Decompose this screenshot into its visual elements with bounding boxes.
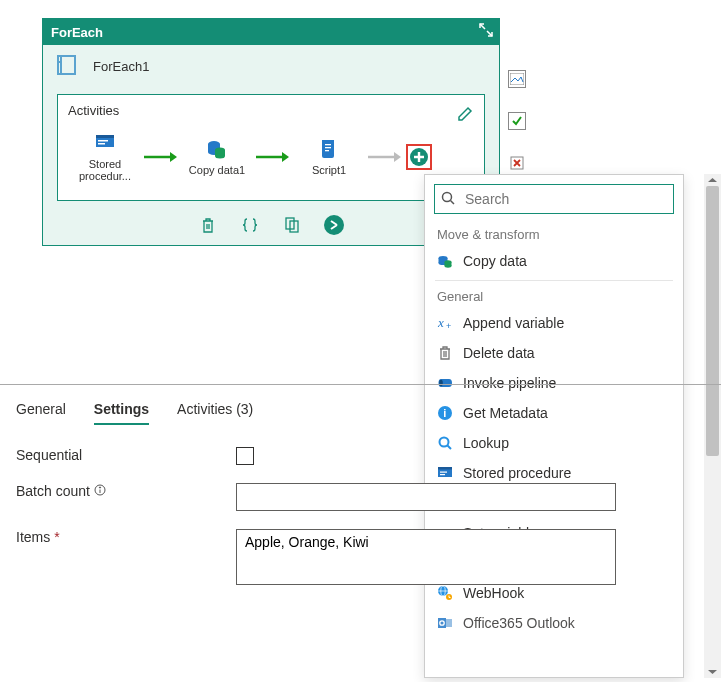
copy-button[interactable] bbox=[282, 215, 302, 235]
expand-icon[interactable] bbox=[479, 23, 493, 37]
outlook-icon bbox=[437, 615, 453, 631]
add-activity-button[interactable] bbox=[406, 144, 432, 170]
settings-pane: General Settings Activities (3) Sequenti… bbox=[0, 384, 721, 613]
activity-name: ForEach1 bbox=[93, 59, 149, 74]
tab-activities[interactable]: Activities (3) bbox=[177, 395, 253, 425]
status-check-icon[interactable] bbox=[508, 112, 526, 130]
svg-rect-14 bbox=[325, 147, 331, 148]
edit-activities-button[interactable] bbox=[452, 101, 478, 127]
copy-data-icon bbox=[437, 253, 453, 269]
section-move-transform: Move & transform bbox=[425, 223, 683, 246]
svg-text:+: + bbox=[446, 321, 451, 331]
svg-point-22 bbox=[443, 193, 452, 202]
activity-label: Copy data1 bbox=[189, 164, 245, 176]
batch-count-input[interactable] bbox=[236, 483, 616, 511]
items-input[interactable] bbox=[236, 529, 616, 585]
copy-data-icon bbox=[206, 138, 228, 160]
sequential-label: Sequential bbox=[16, 447, 226, 463]
svg-rect-13 bbox=[325, 144, 331, 145]
svg-text:x: x bbox=[437, 315, 444, 330]
tab-settings[interactable]: Settings bbox=[94, 395, 149, 425]
panel-title: ForEach bbox=[51, 25, 103, 40]
activity-item-copy-data[interactable]: Copy data1 bbox=[186, 138, 248, 176]
arrow-icon bbox=[256, 151, 290, 163]
status-column bbox=[508, 70, 526, 172]
menu-item-append-variable[interactable]: x+ Append variable bbox=[425, 308, 683, 338]
tab-general[interactable]: General bbox=[16, 395, 66, 425]
scroll-up-icon[interactable] bbox=[704, 174, 721, 186]
svg-line-23 bbox=[451, 201, 455, 205]
divider bbox=[435, 280, 673, 281]
info-icon[interactable] bbox=[94, 483, 106, 499]
status-error-icon[interactable] bbox=[508, 154, 526, 172]
svg-rect-58 bbox=[446, 619, 452, 627]
menu-item-label: Office365 Outlook bbox=[463, 615, 575, 631]
activities-container: Activities Stored procedur... bbox=[57, 94, 485, 201]
menu-item-label: Copy data bbox=[463, 253, 527, 269]
svg-point-29 bbox=[445, 264, 452, 267]
stored-procedure-icon bbox=[94, 132, 116, 154]
status-image-icon[interactable] bbox=[508, 70, 526, 88]
svg-rect-4 bbox=[98, 143, 105, 145]
required-indicator: * bbox=[54, 529, 59, 545]
svg-point-62 bbox=[99, 487, 100, 488]
field-batch-count: Batch count bbox=[16, 483, 705, 511]
menu-item-copy-data[interactable]: Copy data bbox=[425, 246, 683, 276]
activity-title-row: ForEach1 bbox=[43, 45, 499, 84]
menu-item-label: Append variable bbox=[463, 315, 564, 331]
items-label: Items * bbox=[16, 529, 226, 545]
arrow-icon bbox=[368, 151, 402, 163]
activities-label: Activities bbox=[68, 103, 474, 118]
svg-rect-0 bbox=[61, 56, 75, 74]
field-items: Items * bbox=[16, 529, 705, 585]
activity-label: Stored procedur... bbox=[74, 158, 136, 182]
search-icon bbox=[441, 191, 455, 208]
menu-item-delete-data[interactable]: Delete data bbox=[425, 338, 683, 368]
append-variable-icon: x+ bbox=[437, 315, 453, 331]
arrow-icon bbox=[144, 151, 178, 163]
field-sequential: Sequential bbox=[16, 447, 705, 465]
panel-header: ForEach bbox=[43, 19, 499, 45]
activity-item-stored-procedure[interactable]: Stored procedur... bbox=[74, 132, 136, 182]
foreach-icon bbox=[55, 53, 83, 80]
sequential-checkbox[interactable] bbox=[236, 447, 254, 465]
section-general: General bbox=[425, 285, 683, 308]
menu-item-label: Delete data bbox=[463, 345, 535, 361]
svg-rect-3 bbox=[98, 140, 108, 142]
search-input[interactable] bbox=[434, 184, 674, 214]
svg-rect-2 bbox=[96, 135, 114, 138]
activity-label: Script1 bbox=[312, 164, 346, 176]
search-wrap bbox=[425, 175, 683, 223]
activities-row: Stored procedur... Co bbox=[68, 132, 474, 182]
delete-button[interactable] bbox=[198, 215, 218, 235]
settings-tabs: General Settings Activities (3) bbox=[16, 395, 705, 425]
delete-icon bbox=[437, 345, 453, 361]
svg-rect-15 bbox=[325, 150, 329, 151]
run-button[interactable] bbox=[324, 215, 344, 235]
batch-count-label: Batch count bbox=[16, 483, 226, 499]
code-button[interactable] bbox=[240, 215, 260, 235]
script-icon bbox=[318, 138, 340, 160]
svg-point-11 bbox=[215, 154, 225, 159]
scroll-down-icon[interactable] bbox=[704, 666, 721, 678]
activity-item-script[interactable]: Script1 bbox=[298, 138, 360, 176]
